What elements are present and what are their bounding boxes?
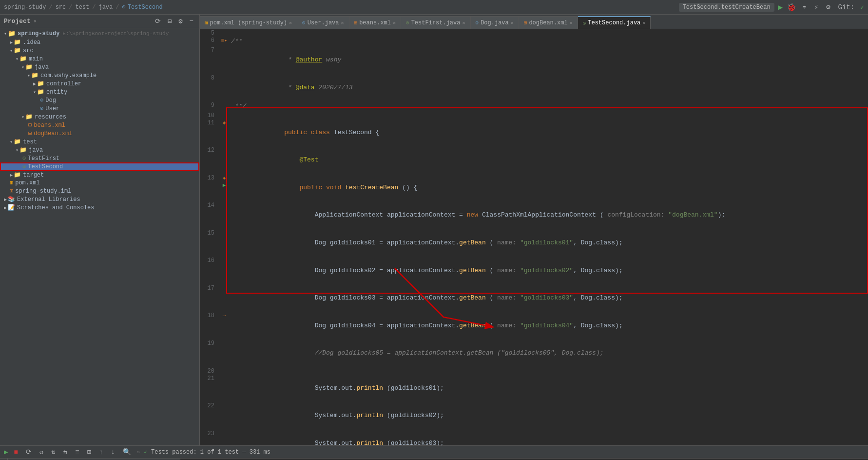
bottom-panel-header: ▶ ■ ⟳ ↺ ⇅ ⇆ ≡ ⊞ ↑ ↓ 🔍 » ✓ Tests passed: … [0, 446, 868, 459]
test-icon-testsecond: ⊙ [22, 163, 26, 170]
project-tree: ▾ 📁 spring-study E:\SpringBootProject\sp… [0, 28, 199, 213]
sidebar-item-com-wshy[interactable]: ▾ 📁 com.wshy.example [0, 71, 199, 80]
tab-close-testsecond[interactable]: ✕ [642, 20, 645, 26]
run-gutter-13[interactable]: ▶ [223, 182, 226, 188]
code-row-17: 17 Dog goldilocks03 = applicationContext… [200, 284, 868, 312]
tab-user-java[interactable]: ⊙ User.java ✕ [297, 16, 349, 29]
rerun-button[interactable]: ⟳ [24, 447, 34, 457]
tab-beans-xml[interactable]: ⊞ beans.xml ✕ [349, 16, 401, 29]
sidebar-item-beans-xml[interactable]: ⊞ beans.xml [0, 121, 199, 129]
sidebar-item-testsecond[interactable]: ⊙ TestSecond [0, 162, 199, 171]
sidebar-item-test[interactable]: ▾ 📁 test [0, 138, 199, 146]
sidebar-dropdown-icon[interactable]: ▾ [34, 18, 37, 24]
sidebar-item-java-test[interactable]: ▾ 📁 java [0, 146, 199, 154]
tab-testfirst[interactable]: ⊙ TestFirst.java ✕ [401, 16, 470, 29]
line-code-19: //Dog goldilocks05 = applicationContext.… [229, 340, 868, 367]
folder-icon-entity: 📁 [37, 88, 44, 96]
filter-button[interactable]: ⇆ [61, 447, 69, 457]
line-num-8: 8 [200, 74, 219, 102]
sidebar-item-target[interactable]: ▶ 📁 target [0, 171, 199, 179]
tab-close-testfirst[interactable]: ✕ [462, 20, 465, 26]
up-button[interactable]: ↑ [97, 447, 105, 457]
sidebar-item-dog[interactable]: ⊙ Dog [0, 96, 199, 104]
rerun-failed-button[interactable]: ↺ [38, 447, 45, 457]
sidebar-item-scratches[interactable]: ▶ 📝 Scratches and Consoles [0, 203, 199, 212]
sidebar-item-pom-xml[interactable]: m pom.xml [0, 179, 199, 187]
line-gutter-5 [219, 29, 229, 37]
sidebar-item-controller[interactable]: ▶ 📁 controller [0, 80, 199, 88]
breadcrumb-test[interactable]: test [75, 4, 89, 11]
breadcrumb-java[interactable]: java [98, 4, 113, 11]
tree-item-spring-study[interactable]: ▾ 📁 spring-study E:\SpringBootProject\sp… [0, 29, 199, 38]
tab-close-beans[interactable]: ✕ [393, 20, 396, 26]
sidebar-item-entity[interactable]: ▾ 📁 entity [0, 88, 199, 96]
tab-testsecond[interactable]: ⊙ TestSecond.java ✕ [578, 16, 651, 29]
debug-icon[interactable]: 🐞 [787, 2, 796, 12]
collapse-tree-btn[interactable]: ≡ [73, 447, 81, 457]
code-editor[interactable]: 5 6 ≡▸ /** 7 * @a [200, 29, 868, 445]
line-code-21: System.out.println (goldilocks01); [229, 375, 868, 402]
code-row-19: 19 //Dog goldilocks05 = applicationConte… [200, 340, 868, 367]
run-config-label[interactable]: TestSecond.testCreateBean [679, 3, 774, 12]
project-sidebar: Project ▾ ⟳ ⊟ ⚙ − ▾ 📁 spring-study E:\Sp… [0, 15, 200, 445]
code-row-20: 20 [200, 367, 868, 375]
profile-icon[interactable]: ⚡ [812, 2, 820, 12]
tab-label-testfirst: TestFirst.java [411, 20, 461, 26]
sidebar-item-main[interactable]: ▾ 📁 main [0, 55, 199, 63]
line-num-9: 9 [200, 101, 219, 111]
collapse-icon[interactable]: ⊟ [166, 16, 174, 26]
tab-icon-beans: ⊞ [354, 20, 358, 26]
tab-close-dogbean[interactable]: ✕ [570, 20, 573, 26]
target-label: target [23, 172, 44, 179]
sidebar-item-java-main[interactable]: ▾ 📁 java [0, 63, 199, 71]
sidebar-item-iml[interactable]: ⊞ spring-study.iml [0, 187, 199, 195]
sidebar-item-idea[interactable]: ▶ 📁 .idea [0, 38, 199, 46]
code-row-14: 14 ApplicationContext applicationContext… [200, 201, 868, 229]
line-code-12: @Test [229, 146, 868, 174]
coverage-icon[interactable]: ☂ [800, 2, 808, 12]
code-row-16: 16 Dog goldilocks02 = applicationContext… [200, 257, 868, 284]
expand-tree-btn[interactable]: ⊞ [85, 447, 93, 457]
sidebar-item-src[interactable]: ▾ 📁 src [0, 46, 199, 55]
line-gutter-19 [219, 340, 229, 367]
sidebar-item-resources[interactable]: ▾ 📁 resources [0, 113, 199, 121]
tab-close-user[interactable]: ✕ [341, 20, 344, 26]
folder-icon-idea: 📁 [14, 39, 21, 46]
sync-icon[interactable]: ⟳ [153, 16, 163, 26]
tab-close-pom[interactable]: ✕ [289, 20, 292, 26]
sidebar-item-ext-libs[interactable]: ▶ 📚 External Libraries [0, 195, 199, 203]
tab-icon-pom: m [205, 20, 208, 26]
sort-button[interactable]: ⇅ [49, 447, 57, 457]
xml-icon-beans: ⊞ [28, 121, 32, 129]
idea-label: .idea [23, 39, 40, 46]
line-code-16: Dog goldilocks02 = applicationContext.ge… [229, 257, 868, 284]
breadcrumb-src[interactable]: src [56, 4, 66, 11]
tab-close-dog[interactable]: ✕ [511, 20, 514, 26]
tab-dog-java[interactable]: ⊙ Dog.java ✕ [471, 16, 519, 29]
run-button[interactable]: ▶ [4, 448, 8, 456]
scratches-label: Scratches and Consoles [17, 204, 94, 211]
tab-dogbean-xml[interactable]: ⊞ dogBean.xml ✕ [519, 16, 578, 29]
breadcrumb-spring-study[interactable]: spring-study [4, 4, 46, 11]
settings-icon[interactable]: ⚙ [824, 2, 832, 12]
line-gutter-20 [219, 367, 229, 375]
search-button[interactable]: 🔍 [121, 447, 133, 457]
code-row-5: 5 [200, 29, 868, 37]
down-button[interactable]: ↓ [109, 447, 116, 457]
tab-pom-xml[interactable]: m pom.xml (spring-study) ✕ [200, 16, 297, 29]
sidebar-item-user[interactable]: ⊙ User [0, 104, 199, 113]
dog-label: Dog [45, 97, 56, 104]
sidebar-item-testfirst[interactable]: ⊙ TestFirst [0, 154, 199, 162]
line-code-20 [229, 367, 868, 375]
java-main-label: java [35, 64, 49, 71]
sidebar-item-dogbean-xml[interactable]: ⊞ dogBean.xml [0, 129, 199, 138]
line-num-20: 20 [200, 367, 219, 375]
line-code-6: /** [229, 37, 868, 46]
run-icon[interactable]: ▶ [778, 2, 783, 12]
gear-icon[interactable]: ⚙ [176, 16, 184, 26]
minimize-icon[interactable]: − [188, 16, 195, 26]
iml-icon: ⊞ [10, 187, 13, 195]
stop-button[interactable]: ■ [12, 447, 19, 457]
line-gutter-7 [219, 46, 229, 74]
line-gutter-13: ◈ ▶ [219, 174, 229, 202]
